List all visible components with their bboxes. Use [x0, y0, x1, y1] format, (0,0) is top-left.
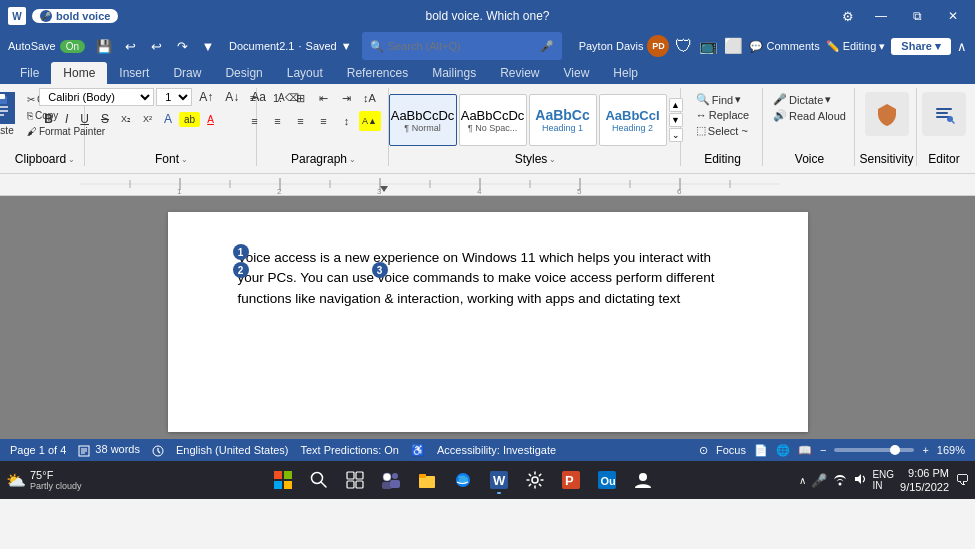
shield-icon[interactable]: 🛡: [675, 36, 693, 57]
settings-icon[interactable]: ⚙: [837, 5, 859, 27]
dictate-button[interactable]: 🎤 Dictate ▾: [771, 92, 833, 107]
restore-button[interactable]: ⧉: [903, 4, 931, 28]
tab-draw[interactable]: Draw: [161, 62, 213, 84]
style-no-spacing[interactable]: AaBbCcDc ¶ No Spac...: [459, 94, 527, 146]
present-icon[interactable]: 📺: [699, 37, 718, 55]
underline-button[interactable]: U: [75, 110, 94, 128]
tab-layout[interactable]: Layout: [275, 62, 335, 84]
document-text[interactable]: Voice access is a new experience on Wind…: [238, 248, 738, 309]
undo2-button[interactable]: ↩: [145, 35, 167, 57]
edge-button[interactable]: [447, 464, 479, 496]
tab-home[interactable]: Home: [51, 62, 107, 84]
editor-button[interactable]: [922, 92, 966, 136]
styles-expand-icon[interactable]: ⌄: [549, 155, 556, 164]
document-page[interactable]: 1 2 3 Voice access is a new experience o…: [168, 212, 808, 432]
redo-button[interactable]: ↷: [171, 35, 193, 57]
eng-input[interactable]: ENGIN: [872, 469, 894, 491]
focus-label[interactable]: Focus: [716, 444, 746, 456]
save-icon[interactable]: 💾: [93, 35, 115, 57]
styles-expand[interactable]: ⌄: [669, 128, 683, 142]
style-normal[interactable]: AaBbCcDc ¶ Normal: [389, 94, 457, 146]
start-button[interactable]: [267, 464, 299, 496]
tab-view[interactable]: View: [552, 62, 602, 84]
tab-help[interactable]: Help: [601, 62, 650, 84]
font-shrink-button[interactable]: A↓: [220, 88, 244, 106]
superscript-button[interactable]: X²: [138, 112, 157, 126]
zoom-plus[interactable]: +: [922, 444, 928, 456]
font-family-select[interactable]: Calibri (Body): [39, 88, 154, 106]
mic-search-icon[interactable]: 🎤: [540, 40, 554, 53]
autosave-toggle[interactable]: On: [60, 40, 85, 53]
share-button[interactable]: Share ▾: [891, 38, 951, 55]
view-print-icon[interactable]: 📄: [754, 444, 768, 457]
taskbar-settings-button[interactable]: [519, 464, 551, 496]
outlook-button[interactable]: Ou: [591, 464, 623, 496]
zoom-slider[interactable]: [834, 448, 914, 452]
tab-references[interactable]: References: [335, 62, 420, 84]
font-expand-icon[interactable]: ⌄: [181, 155, 188, 164]
clipboard-expand-icon[interactable]: ⌄: [68, 155, 75, 164]
multilevel-button[interactable]: ⊞: [290, 88, 312, 108]
close-button[interactable]: ✕: [939, 4, 967, 28]
task-view-button[interactable]: [339, 464, 371, 496]
tab-mailings[interactable]: Mailings: [420, 62, 488, 84]
undo-button[interactable]: ↩: [119, 35, 141, 57]
view-read-icon[interactable]: 📖: [798, 444, 812, 457]
tab-insert[interactable]: Insert: [107, 62, 161, 84]
subscript-button[interactable]: X₂: [116, 112, 136, 126]
line-spacing-button[interactable]: ↕: [336, 111, 358, 131]
search-bar[interactable]: 🔍 🎤: [362, 32, 562, 60]
paragraph-expand-icon[interactable]: ⌄: [349, 155, 356, 164]
network-icon[interactable]: [832, 472, 848, 488]
saved-dropdown[interactable]: ▼: [341, 40, 352, 52]
tab-review[interactable]: Review: [488, 62, 551, 84]
profile-button[interactable]: [627, 464, 659, 496]
align-right-button[interactable]: ≡: [290, 111, 312, 131]
read-aloud-button[interactable]: 🔊 Read Aloud: [771, 108, 848, 123]
comments-button[interactable]: 💬 Editing Comments: [749, 40, 819, 53]
italic-button[interactable]: I: [60, 110, 73, 128]
numbering-button[interactable]: 1.: [267, 88, 289, 108]
replace-button[interactable]: ↔ Replace: [694, 108, 751, 122]
zoom-thumb[interactable]: [890, 445, 900, 455]
align-center-button[interactable]: ≡: [267, 111, 289, 131]
style-heading2[interactable]: AaBbCcI Heading 2: [599, 94, 667, 146]
shading-button[interactable]: A▲: [359, 111, 381, 131]
highlight-button[interactable]: ab: [179, 112, 200, 127]
volume-icon[interactable]: [853, 472, 867, 488]
teams-button[interactable]: [375, 464, 407, 496]
files-button[interactable]: [411, 464, 443, 496]
bullets-button[interactable]: ≡·: [244, 88, 266, 108]
clock[interactable]: 9:06 PM 9/15/2022: [900, 466, 949, 495]
accessibility-status[interactable]: Accessibility: Investigate: [437, 444, 556, 456]
weather-info[interactable]: ⛅ 75°F Partly cloudy: [6, 469, 82, 491]
align-left-button[interactable]: ≡: [244, 111, 266, 131]
mic-tray-icon[interactable]: 🎤: [811, 473, 827, 488]
justify-button[interactable]: ≡: [313, 111, 335, 131]
styles-scroll-down[interactable]: ▼: [669, 113, 683, 127]
font-size-select[interactable]: 11: [156, 88, 192, 106]
paste-button[interactable]: Paste: [0, 88, 21, 140]
tab-file[interactable]: File: [8, 62, 51, 84]
language[interactable]: English (United States): [176, 444, 289, 456]
tab-design[interactable]: Design: [213, 62, 274, 84]
bold-button[interactable]: B: [39, 110, 58, 128]
search-input[interactable]: [388, 40, 536, 52]
powerpoint-button[interactable]: P: [555, 464, 587, 496]
find-button[interactable]: 🔍 Find ▾: [694, 92, 743, 107]
more-options-icon[interactable]: ⬜: [724, 37, 743, 55]
styles-scroll-up[interactable]: ▲: [669, 98, 683, 112]
style-heading1[interactable]: AaBbCc Heading 1: [529, 94, 597, 146]
text-predictions[interactable]: Text Predictions: On: [300, 444, 398, 456]
font-color-button[interactable]: A: [202, 112, 219, 127]
editing-button[interactable]: ✏️ Editing ▾: [826, 40, 886, 53]
notifications-icon[interactable]: 🗨: [955, 472, 969, 488]
select-button[interactable]: ⬚ Select ~: [694, 123, 750, 138]
sensitivity-button[interactable]: [865, 92, 909, 136]
font-grow-button[interactable]: A↑: [194, 88, 218, 106]
strikethrough-button[interactable]: S: [96, 110, 114, 128]
view-web-icon[interactable]: 🌐: [776, 444, 790, 457]
zoom-percent[interactable]: 169%: [937, 444, 965, 456]
more-icon[interactable]: ▼: [197, 35, 219, 57]
decrease-indent-button[interactable]: ⇤: [313, 88, 335, 108]
